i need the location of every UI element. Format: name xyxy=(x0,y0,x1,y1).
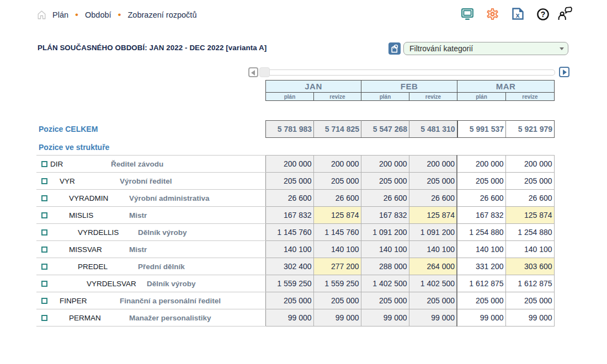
svg-text:x: x xyxy=(515,11,520,19)
svg-text:?: ? xyxy=(541,10,546,19)
